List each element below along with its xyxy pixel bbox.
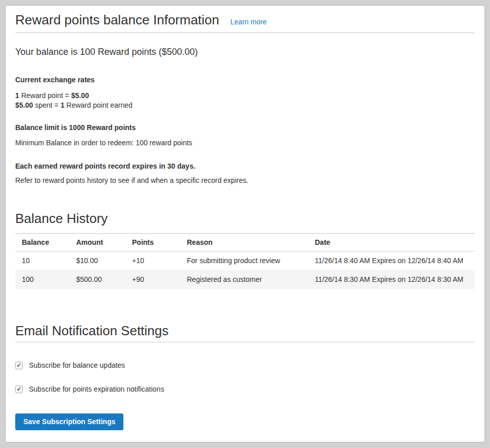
- column-header-reason: Reason: [180, 234, 308, 251]
- cell-points: +90: [125, 270, 180, 289]
- cell-points: +10: [125, 251, 180, 271]
- subscribe-expiration-checkbox[interactable]: [15, 386, 23, 393]
- subscribe-balance-updates-label: Subscribe for balance updates: [29, 361, 125, 370]
- cell-date: 11/26/14 8:40 AM Expires on 12/26/14 8:4…: [308, 251, 475, 271]
- expiration-note: Refer to reward points history to see if…: [15, 176, 475, 185]
- cell-date: 11/26/14 8:30 AM Expires on 12/26/14 8:3…: [308, 270, 475, 289]
- cell-reason: Registered as customer: [180, 270, 308, 289]
- table-row: 100 $500.00 +90 Registered as customer 1…: [15, 270, 475, 289]
- exchange-rate-line-2: $5.00 spent = 1 Reward point earned: [15, 101, 475, 110]
- balance-history-title: Balance History: [15, 210, 475, 227]
- email-settings-divider: [15, 342, 475, 342]
- table-header-row: Balance Amount Points Reason Date: [15, 234, 475, 251]
- subscribe-balance-updates-row[interactable]: Subscribe for balance updates: [15, 361, 125, 370]
- page-header: Reward points balance Information Learn …: [15, 6, 475, 27]
- rate2-points: 1: [60, 101, 64, 109]
- checkbox-frame: [15, 362, 23, 369]
- expiration-heading: Each earned reward points record expires…: [15, 162, 475, 171]
- balance-summary: Your balance is 100 Reward points ($500.…: [15, 46, 475, 57]
- checkbox-frame: [15, 386, 23, 393]
- balance-history-table: Balance Amount Points Reason Date 10 $10…: [15, 234, 475, 289]
- subscribe-balance-updates-checkbox[interactable]: [15, 362, 23, 369]
- exchange-rate-line-1: 1 Reward point = $5.00: [15, 91, 475, 101]
- rate1-amount: $5.00: [71, 91, 89, 100]
- cell-balance: 100: [15, 270, 70, 289]
- column-header-points: Points: [125, 234, 180, 251]
- column-header-amount: Amount: [70, 234, 125, 251]
- rate2-amount: $5.00: [15, 101, 33, 109]
- rate2-text-2: Reward point earned: [64, 101, 133, 109]
- reward-points-panel: Reward points balance Information Learn …: [5, 5, 485, 442]
- rate1-text: Reward point =: [19, 91, 71, 100]
- rate1-points: 1: [15, 91, 19, 100]
- subscribe-expiration-row[interactable]: Subscribe for points expiration notifica…: [15, 385, 164, 394]
- save-subscription-settings-button[interactable]: Save Subscription Settings: [15, 413, 123, 430]
- email-settings-title: Email Notification Settings: [15, 323, 475, 339]
- column-header-balance: Balance: [15, 234, 70, 251]
- exchange-rates-heading: Current exchange rates: [15, 76, 475, 84]
- minimum-balance-text: Minimum Balance in order to redeem: 100 …: [15, 139, 475, 147]
- cell-reason: For submitting product review: [180, 251, 308, 271]
- cell-balance: 10: [15, 251, 70, 271]
- balance-limit-text: Balance limit is 1000 Reward points: [15, 123, 475, 132]
- exchange-rates: 1 Reward point = $5.00 $5.00 spent = 1 R…: [15, 91, 475, 110]
- column-header-date: Date: [308, 234, 475, 251]
- subscribe-expiration-label: Subscribe for points expiration notifica…: [29, 385, 164, 394]
- cell-amount: $10.00: [70, 251, 125, 271]
- rate2-text: spent =: [33, 101, 60, 109]
- page-title: Reward points balance Information: [15, 12, 219, 27]
- cell-amount: $500.00: [70, 270, 125, 289]
- header-divider: [15, 33, 475, 33]
- learn-more-link[interactable]: Learn more: [231, 18, 267, 26]
- table-row: 10 $10.00 +10 For submitting product rev…: [15, 251, 475, 271]
